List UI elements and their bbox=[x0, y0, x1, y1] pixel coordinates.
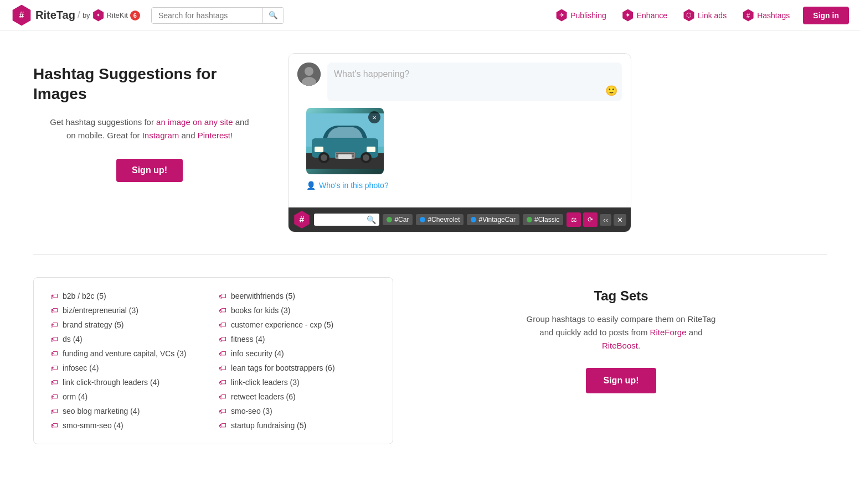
tag-label: biz/entrepreneurial (3) bbox=[63, 306, 138, 315]
tag-label: smo-smm-seo (4) bbox=[63, 421, 123, 430]
list-item[interactable]: 🏷 lean tags for bootstrappers (6) bbox=[219, 361, 376, 375]
hashtag-vintagecar[interactable]: #VintageCar bbox=[467, 214, 519, 225]
nav-label-hashtags: Hashtags bbox=[757, 11, 790, 20]
twitter-card-section: What's happening? 🙂 bbox=[288, 53, 827, 232]
list-item[interactable]: 🏷 biz/entrepreneurial (3) bbox=[50, 303, 208, 318]
balance-icon-button[interactable]: ⚖ bbox=[567, 212, 581, 227]
avatar bbox=[297, 63, 321, 86]
list-item[interactable]: 🏷 infosec (4) bbox=[50, 361, 208, 375]
tag-label: infosec (4) bbox=[63, 363, 99, 372]
tag-icon: 🏷 bbox=[50, 392, 58, 401]
list-item[interactable]: 🏷 funding and venture capital, VCs (3) bbox=[50, 346, 208, 361]
tag-icon: 🏷 bbox=[50, 421, 58, 430]
nav-item-publishing[interactable]: ✈ Publishing bbox=[549, 6, 613, 25]
tag-column-left: 🏷 b2b / b2c (5) 🏷 biz/entrepreneurial (3… bbox=[50, 289, 208, 433]
tagsets-signup-button[interactable]: Sign up! bbox=[586, 368, 657, 393]
person-tag-icon: 👤 bbox=[306, 181, 316, 190]
list-item[interactable]: 🏷 b2b / b2c (5) bbox=[50, 289, 208, 303]
list-item[interactable]: 🏷 beerwithfriends (5) bbox=[219, 289, 376, 303]
car-label: #Car bbox=[394, 216, 409, 224]
nav-area: ✈ Publishing ✦ Enhance ⬡ Link ads # Hash… bbox=[549, 6, 849, 25]
list-item[interactable]: 🏷 brand strategy (5) bbox=[50, 318, 208, 332]
hero-signup-button[interactable]: Sign up! bbox=[116, 159, 183, 182]
list-item[interactable]: 🏷 orm (4) bbox=[50, 389, 208, 404]
prev-hashtag-button[interactable]: ‹‹ bbox=[600, 214, 611, 226]
tag-icon: 🏷 bbox=[219, 392, 226, 401]
header: # RiteTag / by ✦ RiteKit 6 🔍 ✈ Publishin… bbox=[0, 0, 860, 31]
bykit-name: RiteKit bbox=[107, 11, 128, 19]
tag-label: customer experience - cxp (5) bbox=[231, 320, 333, 329]
close-icon: × bbox=[372, 113, 377, 122]
logo-name: RiteTag bbox=[35, 9, 75, 22]
nav-item-hashtags[interactable]: # Hashtags bbox=[735, 6, 796, 25]
close-preview-button[interactable]: × bbox=[368, 111, 380, 123]
svg-rect-11 bbox=[367, 147, 375, 152]
twitter-compose-area: What's happening? 🙂 bbox=[289, 54, 631, 207]
list-item[interactable]: 🏷 link-click leaders (3) bbox=[219, 375, 376, 389]
tag-icon: 🏷 bbox=[50, 363, 58, 372]
list-item[interactable]: 🏷 ds (4) bbox=[50, 332, 208, 346]
list-item[interactable]: 🏷 link click-through leaders (4) bbox=[50, 375, 208, 389]
tag-label: info security (4) bbox=[231, 349, 284, 358]
hashtag-search-icon: 🔍 bbox=[367, 215, 376, 224]
close-hashtag-button[interactable]: ✕ bbox=[614, 214, 626, 226]
who-in-photo-link[interactable]: 👤 Who's in this photo? bbox=[297, 181, 622, 199]
car-dot-icon bbox=[387, 217, 392, 222]
emoji-icon[interactable]: 🙂 bbox=[605, 85, 617, 97]
refresh-icon-button[interactable]: ⟳ bbox=[583, 212, 598, 227]
list-item[interactable]: 🏷 smo-seo (3) bbox=[219, 404, 376, 418]
hashtag-search-input[interactable] bbox=[317, 216, 364, 224]
tag-label: lean tags for bootstrappers (6) bbox=[231, 363, 335, 372]
vintagecar-dot-icon bbox=[471, 217, 476, 222]
compose-box[interactable]: What's happening? 🙂 bbox=[327, 63, 622, 101]
tag-icon: 🏷 bbox=[50, 407, 58, 415]
tag-label: link click-through leaders (4) bbox=[63, 378, 159, 387]
tag-icon: 🏷 bbox=[50, 306, 58, 315]
badge-count: 6 bbox=[130, 11, 140, 20]
search-area: 🔍 bbox=[151, 7, 284, 24]
search-input[interactable] bbox=[152, 8, 262, 23]
hero-link-instagram[interactable]: Instagram bbox=[142, 131, 179, 140]
hashtag-car[interactable]: #Car bbox=[383, 214, 413, 225]
hero-link-image[interactable]: an image on any site bbox=[156, 117, 233, 127]
list-item[interactable]: 🏷 info security (4) bbox=[219, 346, 376, 361]
enhance-icon: ✦ bbox=[622, 9, 634, 22]
tag-icon: 🏷 bbox=[50, 292, 58, 300]
hashtag-search-area: 🔍 bbox=[314, 214, 379, 226]
svg-rect-16 bbox=[338, 154, 352, 159]
tag-icon: 🏷 bbox=[219, 421, 226, 430]
tag-label: funding and venture capital, VCs (3) bbox=[63, 349, 186, 358]
tag-label: ds (4) bbox=[63, 335, 83, 344]
riteforge-link[interactable]: RiteForge bbox=[650, 328, 687, 337]
list-item[interactable]: 🏷 customer experience - cxp (5) bbox=[219, 318, 376, 332]
nav-item-linkads[interactable]: ⬡ Link ads bbox=[676, 6, 733, 25]
list-item[interactable]: 🏷 books for kids (3) bbox=[219, 303, 376, 318]
nav-label-enhance: Enhance bbox=[637, 11, 667, 20]
list-item[interactable]: 🏷 startup fundraising (5) bbox=[219, 418, 376, 433]
list-item[interactable]: 🏷 fitness (4) bbox=[219, 332, 376, 346]
nav-item-enhance[interactable]: ✦ Enhance bbox=[615, 6, 674, 25]
tag-icon: 🏷 bbox=[219, 349, 226, 358]
tagsets-section: Tag Sets Group hashtags to easily compar… bbox=[415, 277, 827, 444]
tag-label: smo-seo (3) bbox=[231, 407, 272, 415]
list-item[interactable]: 🏷 seo blog marketing (4) bbox=[50, 404, 208, 418]
hero-link-pinterest[interactable]: Pinterest bbox=[198, 131, 230, 140]
list-item[interactable]: 🏷 retweet leaders (6) bbox=[219, 389, 376, 404]
list-item[interactable]: 🏷 smo-smm-seo (4) bbox=[50, 418, 208, 433]
tag-icon: 🏷 bbox=[50, 320, 58, 329]
search-button[interactable]: 🔍 bbox=[262, 8, 284, 23]
hashtag-chevrolet[interactable]: #Chevrolet bbox=[416, 214, 464, 225]
logo-link[interactable]: # RiteTag bbox=[11, 5, 75, 26]
byline: by ✦ RiteKit 6 bbox=[83, 9, 140, 22]
hash-hex-icon: # bbox=[293, 211, 311, 228]
svg-point-13 bbox=[321, 154, 327, 161]
byline-text: by bbox=[83, 11, 90, 19]
riteboost-link[interactable]: RiteBoost bbox=[602, 341, 638, 350]
hashtag-classic[interactable]: #Classic bbox=[523, 214, 563, 225]
tag-label: startup fundraising (5) bbox=[231, 421, 306, 430]
signin-button[interactable]: Sign in bbox=[803, 7, 849, 24]
nav-label-publishing: Publishing bbox=[570, 11, 606, 20]
tag-label: b2b / b2c (5) bbox=[63, 292, 106, 300]
twitter-top-row: What's happening? 🙂 bbox=[297, 63, 622, 101]
hero-section: Hashtag Suggestions for Images Get hasht… bbox=[33, 53, 266, 182]
